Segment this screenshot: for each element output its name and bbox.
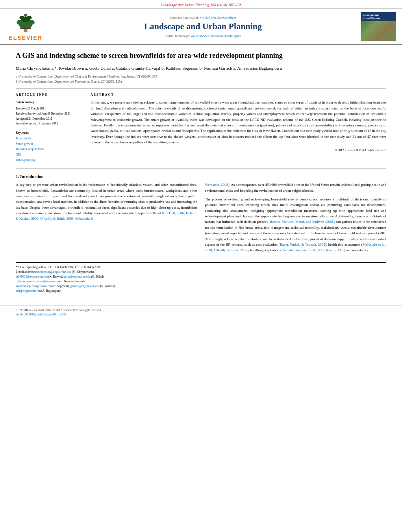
svg-point-8: [24, 14, 27, 17]
article-content: A GIS and indexing scheme to screen brow…: [0, 45, 402, 301]
ref-bardos[interactable]: Bardos, Mariotti, Marot, and Sullivan (2…: [270, 220, 335, 224]
footnote-corresponding: * * Corresponding author. Tel.: +1 860 4…: [16, 265, 386, 270]
intro-heading: 1. Introduction: [16, 174, 386, 179]
svg-rect-7: [20, 28, 31, 29]
footnote-corresponding-text: * Corresponding author. Tel.: +1 860 486…: [18, 265, 101, 269]
homepage-line: journal homepage: www.elsevier.com/locat…: [165, 34, 241, 38]
elsevier-tree-icon: [12, 12, 39, 34]
footer-doi: doi:doi:10.1016/j.landurbplan.2011.12.01…: [16, 313, 386, 316]
keyword-brownfields[interactable]: Brownfields: [16, 136, 83, 141]
keyword-urban[interactable]: Urban planning: [16, 158, 83, 163]
elsevier-logo-area: ELSEVIER: [4, 12, 47, 41]
doi-prefix: doi:: [16, 313, 20, 316]
authors-text: Maria Chrysochoou a,*, Kweku Brown a, Ge…: [16, 66, 282, 70]
ref-sounderpandian[interactable]: Sounderpandian, Frank, & Chalasani, 2005: [283, 248, 344, 252]
history-label: Article history:: [16, 100, 83, 105]
homepage-link[interactable]: www.elsevier.com/locate/landurbplan: [191, 34, 241, 38]
affiliation-b: b University of Connecticut, Department …: [16, 80, 122, 83]
keyword-decision[interactable]: Decision support tools: [16, 146, 83, 152]
article-info-col: ARTICLE INFO Article history: Received 2…: [16, 93, 83, 163]
article-title: A GIS and indexing scheme to screen brow…: [16, 51, 386, 60]
section-divider: [16, 168, 386, 169]
email-dahal[interactable]: geeta@engr.uconn.edu: [63, 275, 91, 278]
article-history: Article history: Received 2 March 2011 R…: [16, 100, 83, 126]
footnote-email-label: E-mail addresses:: [16, 270, 37, 274]
divider-1: [16, 89, 386, 89]
intro-col-right: Wernstedt, 2008). As a consequence, over…: [205, 182, 387, 256]
intro-para-2: Wernstedt, 2008). As a consequence, over…: [205, 182, 387, 193]
sciverse-line: Contents lists available at SciVerse Sci…: [170, 16, 236, 20]
history-online: Available online 17 January 2012: [16, 121, 83, 126]
doi-link[interactable]: doi:10.1016/j.landurbplan.2011.12.010: [20, 313, 67, 316]
abstract-col: ABSTRACT In this study, we present an in…: [91, 93, 386, 163]
keywords-label: Keywords:: [16, 131, 83, 135]
elsevier-logo: ELSEVIER: [9, 12, 42, 41]
high-text: high: [151, 206, 157, 209]
journal-citation: Landscape and Urban Planning 105 (2012) …: [161, 3, 242, 7]
svg-point-6: [27, 16, 32, 19]
article-info-label: ARTICLE INFO: [16, 93, 83, 96]
keyword-gis[interactable]: GIS: [16, 152, 83, 158]
history-accepted: Accepted 21 December 2011: [16, 117, 83, 122]
copyright-line: © 2012 Elsevier B.V. All rights reserved…: [91, 148, 386, 152]
ref-bacot[interactable]: Bacot & O'Dell, 2006; Heberle & Kackar, …: [16, 211, 197, 221]
footnotes: * * Corresponding author. Tel.: +1 860 4…: [16, 262, 386, 293]
affiliations: a University of Connecticut, Department …: [16, 74, 386, 84]
journal-cover-area: Landscape andUrban Planning: [359, 12, 398, 41]
header-main: ELSEVIER Contents lists available at Sci…: [0, 9, 402, 45]
svg-point-5: [19, 16, 24, 19]
header-top-bar: Landscape and Urban Planning 105 (2012) …: [0, 0, 402, 9]
email-garrick[interactable]: garrick@engr.uconn.edu: [70, 284, 100, 288]
email-bagtzoglou[interactable]: ach@engr.uconn.edu: [16, 289, 41, 293]
introduction-section: 1. Introduction A key step to promote ur…: [16, 174, 386, 256]
email-chrysochoou[interactable]: mchrysnoc@engr.uconn.edu: [37, 270, 71, 274]
journal-cover: Landscape andUrban Planning: [361, 12, 396, 41]
cover-title: Landscape andUrban Planning: [361, 12, 396, 21]
history-revised: Received in revised form 8 December 2011: [16, 111, 83, 117]
footer-license: 0169-2046/$ – see front matter © 2012 El…: [16, 308, 386, 313]
ref-bayer[interactable]: Bayer, Finkel, & Teutsch, 2005: [280, 243, 325, 247]
sciverse-prefix: Contents lists available at: [170, 16, 204, 20]
authors-line: Maria Chrysochoou a,*, Kweku Brown a, Ge…: [16, 65, 386, 72]
history-received: Received 2 March 2011: [16, 106, 83, 111]
abstract-text: In this study, we present an indexing sc…: [91, 100, 386, 145]
sciverse-link[interactable]: SciVerse ScienceDirect: [205, 16, 236, 20]
elsevier-wordmark: ELSEVIER: [9, 35, 42, 41]
email-brown[interactable]: ktb08002@engr.uconn.edu: [16, 275, 48, 278]
journal-info-center: Contents lists available at SciVerse Sci…: [51, 12, 355, 41]
intro-para-3: The process of evaluating and redevelopi…: [205, 196, 387, 253]
abstract-label: ABSTRACT: [91, 93, 386, 96]
article-info-abstract: ARTICLE INFO Article history: Received 2…: [16, 93, 386, 163]
journal-title: Landscape and Urban Planning: [144, 21, 262, 32]
email-segerson[interactable]: kathleen.segerson@uconn.edu: [16, 284, 52, 288]
intro-para-1: A key step to promote urban revitalizati…: [16, 182, 197, 222]
page: Landscape and Urban Planning 105 (2012) …: [0, 0, 402, 532]
email-granda[interactable]: catalina.granda.carvajal@uconn.edu: [16, 280, 59, 283]
cover-image: [361, 21, 396, 41]
keyword-smart-growth[interactable]: Smart growth: [16, 141, 83, 147]
intro-col-left: A key step to promote urban revitalizati…: [16, 182, 197, 256]
footnote-emails: E-mail addresses: mchrysnoc@engr.uconn.e…: [16, 270, 386, 293]
page-footer: 0169-2046/$ – see front matter © 2012 El…: [0, 305, 402, 316]
footnote-star: *: [16, 265, 17, 269]
homepage-prefix: journal homepage:: [165, 34, 190, 38]
keywords-section: Keywords: Brownfields Smart growth Decis…: [16, 131, 83, 163]
affiliation-a: a University of Connecticut, Department …: [16, 74, 157, 78]
ref-wernstedt[interactable]: Wernstedt, 2008: [205, 183, 228, 187]
intro-body: A key step to promote urban revitalizati…: [16, 182, 386, 256]
